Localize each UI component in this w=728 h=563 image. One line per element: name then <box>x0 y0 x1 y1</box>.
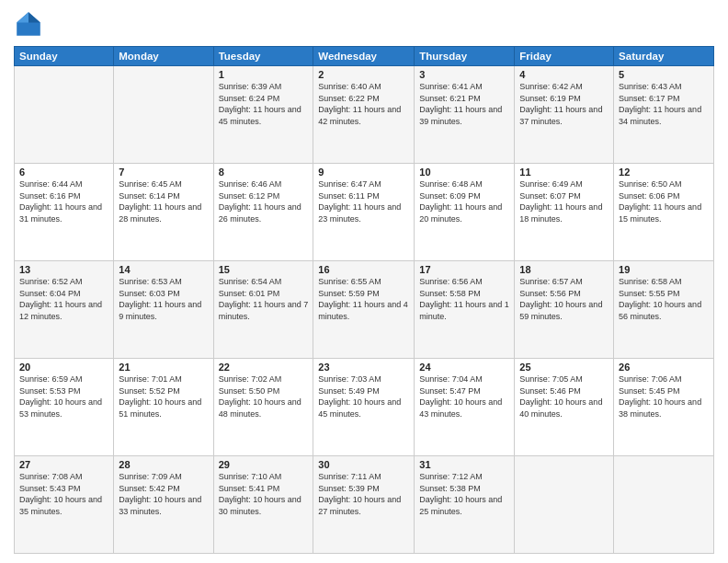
calendar-cell: 3Sunrise: 6:41 AM Sunset: 6:21 PM Daylig… <box>415 66 515 164</box>
calendar-cell: 9Sunrise: 6:47 AM Sunset: 6:11 PM Daylig… <box>313 164 415 261</box>
day-number: 15 <box>219 264 309 275</box>
week-row-5: 27Sunrise: 7:08 AM Sunset: 5:43 PM Dayli… <box>15 456 714 554</box>
calendar-cell: 31Sunrise: 7:12 AM Sunset: 5:38 PM Dayli… <box>415 456 515 554</box>
day-number: 17 <box>419 264 509 275</box>
day-info: Sunrise: 7:12 AM Sunset: 5:38 PM Dayligh… <box>419 471 509 517</box>
day-info: Sunrise: 6:46 AM Sunset: 6:12 PM Dayligh… <box>219 178 309 224</box>
day-info: Sunrise: 6:50 AM Sunset: 6:06 PM Dayligh… <box>619 178 709 224</box>
calendar-cell: 21Sunrise: 7:01 AM Sunset: 5:52 PM Dayli… <box>114 359 213 456</box>
calendar-cell: 8Sunrise: 6:46 AM Sunset: 6:12 PM Daylig… <box>213 164 313 261</box>
day-info: Sunrise: 7:05 AM Sunset: 5:46 PM Dayligh… <box>519 373 609 419</box>
day-info: Sunrise: 6:40 AM Sunset: 6:22 PM Dayligh… <box>318 81 409 127</box>
day-info: Sunrise: 6:47 AM Sunset: 6:11 PM Dayligh… <box>318 178 409 224</box>
day-info: Sunrise: 7:04 AM Sunset: 5:47 PM Dayligh… <box>419 373 509 419</box>
day-number: 2 <box>318 69 409 80</box>
calendar-cell: 16Sunrise: 6:55 AM Sunset: 5:59 PM Dayli… <box>313 261 415 359</box>
day-number: 28 <box>119 459 208 470</box>
day-number: 7 <box>119 167 208 178</box>
calendar-cell <box>15 66 114 164</box>
day-number: 23 <box>318 362 409 373</box>
day-info: Sunrise: 6:48 AM Sunset: 6:09 PM Dayligh… <box>419 178 509 224</box>
calendar-cell: 23Sunrise: 7:03 AM Sunset: 5:49 PM Dayli… <box>313 359 415 456</box>
calendar-cell: 17Sunrise: 6:56 AM Sunset: 5:58 PM Dayli… <box>415 261 515 359</box>
calendar-cell: 2Sunrise: 6:40 AM Sunset: 6:22 PM Daylig… <box>313 66 415 164</box>
calendar-cell: 24Sunrise: 7:04 AM Sunset: 5:47 PM Dayli… <box>415 359 515 456</box>
day-number: 14 <box>119 264 208 275</box>
svg-marker-2 <box>17 12 28 22</box>
calendar-cell: 30Sunrise: 7:11 AM Sunset: 5:39 PM Dayli… <box>313 456 415 554</box>
calendar-cell: 25Sunrise: 7:05 AM Sunset: 5:46 PM Dayli… <box>515 359 614 456</box>
day-number: 11 <box>519 167 609 178</box>
day-number: 5 <box>619 69 709 80</box>
day-number: 26 <box>619 362 709 373</box>
day-info: Sunrise: 6:54 AM Sunset: 6:01 PM Dayligh… <box>219 276 309 322</box>
day-info: Sunrise: 6:57 AM Sunset: 5:56 PM Dayligh… <box>519 276 609 322</box>
day-number: 8 <box>219 167 309 178</box>
calendar-cell <box>614 456 714 554</box>
day-number: 16 <box>318 264 409 275</box>
calendar-cell: 27Sunrise: 7:08 AM Sunset: 5:43 PM Dayli… <box>15 456 114 554</box>
weekday-header-tuesday: Tuesday <box>213 47 313 66</box>
calendar-cell: 13Sunrise: 6:52 AM Sunset: 6:04 PM Dayli… <box>15 261 114 359</box>
calendar-cell: 22Sunrise: 7:02 AM Sunset: 5:50 PM Dayli… <box>213 359 313 456</box>
day-number: 29 <box>219 459 309 470</box>
day-info: Sunrise: 7:03 AM Sunset: 5:49 PM Dayligh… <box>318 373 409 419</box>
day-number: 30 <box>318 459 409 470</box>
calendar-cell: 26Sunrise: 7:06 AM Sunset: 5:45 PM Dayli… <box>614 359 714 456</box>
day-info: Sunrise: 6:43 AM Sunset: 6:17 PM Dayligh… <box>619 81 709 127</box>
day-number: 24 <box>419 362 509 373</box>
logo-icon <box>14 9 43 39</box>
day-info: Sunrise: 6:52 AM Sunset: 6:04 PM Dayligh… <box>19 276 108 322</box>
day-number: 22 <box>219 362 309 373</box>
calendar-cell: 28Sunrise: 7:09 AM Sunset: 5:42 PM Dayli… <box>114 456 213 554</box>
calendar-cell <box>515 456 614 554</box>
day-info: Sunrise: 6:58 AM Sunset: 5:55 PM Dayligh… <box>619 276 709 322</box>
calendar-cell: 1Sunrise: 6:39 AM Sunset: 6:24 PM Daylig… <box>213 66 313 164</box>
calendar-cell: 5Sunrise: 6:43 AM Sunset: 6:17 PM Daylig… <box>614 66 714 164</box>
weekday-header-friday: Friday <box>515 47 614 66</box>
day-number: 21 <box>119 362 208 373</box>
day-info: Sunrise: 6:45 AM Sunset: 6:14 PM Dayligh… <box>119 178 208 224</box>
week-row-3: 13Sunrise: 6:52 AM Sunset: 6:04 PM Dayli… <box>15 261 714 359</box>
weekday-header-sunday: Sunday <box>15 47 114 66</box>
day-info: Sunrise: 6:59 AM Sunset: 5:53 PM Dayligh… <box>19 373 108 419</box>
day-info: Sunrise: 7:06 AM Sunset: 5:45 PM Dayligh… <box>619 373 709 419</box>
week-row-1: 1Sunrise: 6:39 AM Sunset: 6:24 PM Daylig… <box>15 66 714 164</box>
day-info: Sunrise: 6:49 AM Sunset: 6:07 PM Dayligh… <box>519 178 609 224</box>
page: SundayMondayTuesdayWednesdayThursdayFrid… <box>0 0 728 563</box>
calendar-cell: 7Sunrise: 6:45 AM Sunset: 6:14 PM Daylig… <box>114 164 213 261</box>
day-number: 31 <box>419 459 509 470</box>
calendar-cell: 19Sunrise: 6:58 AM Sunset: 5:55 PM Dayli… <box>614 261 714 359</box>
day-number: 6 <box>19 167 108 178</box>
calendar-cell: 20Sunrise: 6:59 AM Sunset: 5:53 PM Dayli… <box>15 359 114 456</box>
weekday-header-wednesday: Wednesday <box>313 47 415 66</box>
week-row-2: 6Sunrise: 6:44 AM Sunset: 6:16 PM Daylig… <box>15 164 714 261</box>
day-info: Sunrise: 6:42 AM Sunset: 6:19 PM Dayligh… <box>519 81 609 127</box>
calendar-cell: 4Sunrise: 6:42 AM Sunset: 6:19 PM Daylig… <box>515 66 614 164</box>
day-number: 12 <box>619 167 709 178</box>
day-number: 1 <box>219 69 309 80</box>
day-number: 20 <box>19 362 108 373</box>
day-number: 9 <box>318 167 409 178</box>
calendar-cell: 18Sunrise: 6:57 AM Sunset: 5:56 PM Dayli… <box>515 261 614 359</box>
calendar-cell: 11Sunrise: 6:49 AM Sunset: 6:07 PM Dayli… <box>515 164 614 261</box>
day-number: 10 <box>419 167 509 178</box>
day-info: Sunrise: 6:55 AM Sunset: 5:59 PM Dayligh… <box>318 276 409 322</box>
day-info: Sunrise: 7:01 AM Sunset: 5:52 PM Dayligh… <box>119 373 208 419</box>
calendar-cell: 6Sunrise: 6:44 AM Sunset: 6:16 PM Daylig… <box>15 164 114 261</box>
calendar-table: SundayMondayTuesdayWednesdayThursdayFrid… <box>14 46 714 554</box>
calendar-cell: 14Sunrise: 6:53 AM Sunset: 6:03 PM Dayli… <box>114 261 213 359</box>
calendar-cell: 15Sunrise: 6:54 AM Sunset: 6:01 PM Dayli… <box>213 261 313 359</box>
day-info: Sunrise: 7:08 AM Sunset: 5:43 PM Dayligh… <box>19 471 108 517</box>
day-info: Sunrise: 6:39 AM Sunset: 6:24 PM Dayligh… <box>219 81 309 127</box>
day-info: Sunrise: 7:02 AM Sunset: 5:50 PM Dayligh… <box>219 373 309 419</box>
calendar-cell: 10Sunrise: 6:48 AM Sunset: 6:09 PM Dayli… <box>415 164 515 261</box>
day-number: 3 <box>419 69 509 80</box>
header-row: SundayMondayTuesdayWednesdayThursdayFrid… <box>15 47 714 66</box>
day-info: Sunrise: 6:53 AM Sunset: 6:03 PM Dayligh… <box>119 276 208 322</box>
calendar-cell <box>114 66 213 164</box>
day-number: 27 <box>19 459 108 470</box>
day-info: Sunrise: 6:41 AM Sunset: 6:21 PM Dayligh… <box>419 81 509 127</box>
week-row-4: 20Sunrise: 6:59 AM Sunset: 5:53 PM Dayli… <box>15 359 714 456</box>
day-info: Sunrise: 7:09 AM Sunset: 5:42 PM Dayligh… <box>119 471 208 517</box>
